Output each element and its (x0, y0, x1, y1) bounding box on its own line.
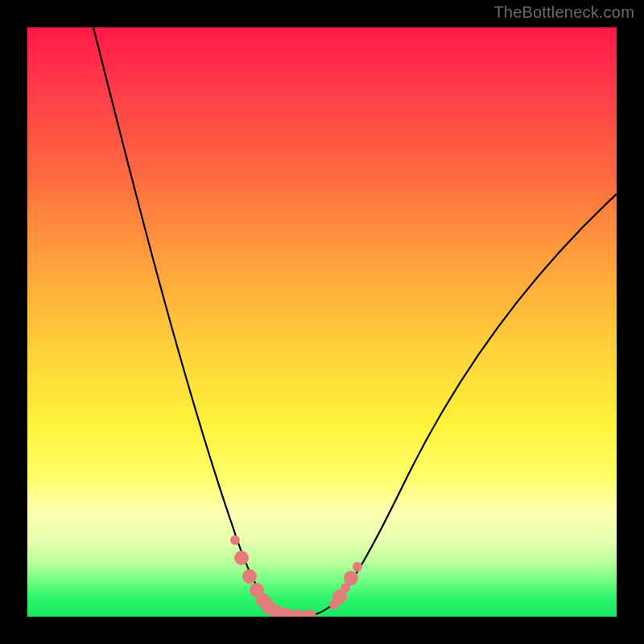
markers-right (329, 562, 362, 609)
watermark-text: TheBottleneck.com (493, 3, 634, 22)
svg-point-14 (353, 562, 362, 572)
bottleneck-curve-svg (27, 27, 617, 617)
svg-point-1 (234, 551, 249, 565)
chart-frame: TheBottleneck.com (0, 0, 644, 644)
markers-left (230, 535, 316, 617)
svg-point-2 (242, 569, 257, 584)
bottleneck-curve (93, 27, 617, 617)
svg-point-0 (230, 535, 240, 545)
svg-point-9 (302, 609, 316, 617)
plot-area (27, 27, 617, 617)
svg-point-13 (344, 571, 358, 585)
